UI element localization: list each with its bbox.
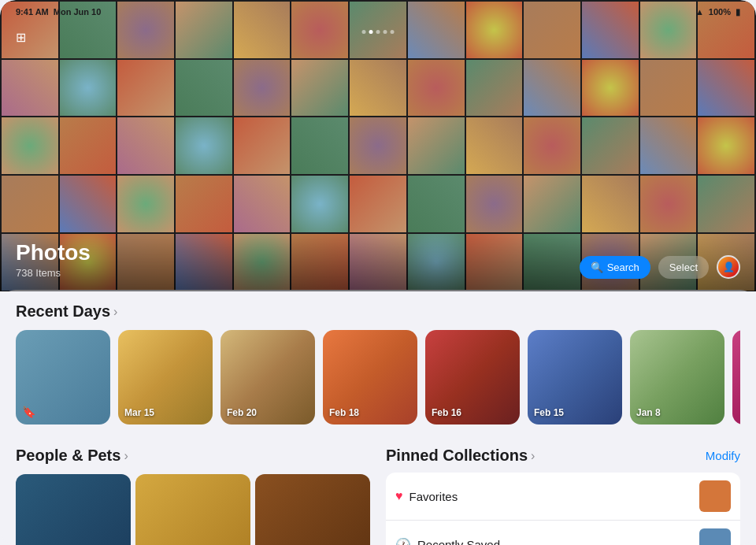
wifi-icon: ▲ bbox=[695, 7, 704, 17]
photo-cell[interactable] bbox=[698, 60, 754, 117]
photo-cell[interactable] bbox=[2, 117, 58, 174]
photo-cell[interactable] bbox=[2, 234, 58, 291]
photo-cell[interactable] bbox=[640, 176, 697, 232]
photo-cell[interactable] bbox=[60, 234, 117, 291]
day-card[interactable]: Feb 18 bbox=[323, 330, 417, 425]
photo-cell[interactable] bbox=[60, 117, 117, 174]
photo-cell[interactable] bbox=[234, 176, 291, 232]
day-card[interactable]: Feb 15 bbox=[528, 330, 622, 425]
dot-2 bbox=[369, 30, 373, 34]
day-card[interactable]: 🔖 bbox=[16, 330, 110, 425]
battery-icon: ▮ bbox=[736, 7, 740, 17]
dot-1 bbox=[362, 30, 366, 34]
photo-cell[interactable] bbox=[234, 60, 291, 117]
modify-button[interactable]: Modify bbox=[706, 449, 740, 462]
photo-cell[interactable] bbox=[291, 60, 348, 117]
photo-cell[interactable] bbox=[640, 117, 697, 174]
photo-cell[interactable] bbox=[408, 60, 465, 117]
photo-cell[interactable] bbox=[176, 117, 232, 174]
photo-cell[interactable] bbox=[176, 234, 232, 291]
pinned-item-thumb bbox=[699, 480, 731, 512]
photo-cell[interactable] bbox=[408, 234, 465, 291]
day-card[interactable]: Jan 8 bbox=[630, 330, 724, 425]
heart-icon: ♥ bbox=[395, 489, 403, 503]
photo-cell[interactable] bbox=[698, 117, 754, 174]
photo-cell[interactable] bbox=[408, 117, 465, 174]
status-bar: 9:41 AM Mon Jun 10 ▲ 100% ▮ bbox=[0, 0, 756, 24]
photo-cell[interactable] bbox=[176, 176, 232, 232]
photo-cell[interactable] bbox=[291, 117, 348, 174]
photo-cell[interactable] bbox=[466, 117, 523, 174]
photo-cell[interactable] bbox=[234, 117, 291, 174]
photo-grid-area bbox=[0, 0, 756, 291]
dot-3 bbox=[376, 30, 380, 34]
person-card[interactable]: Bisa bbox=[255, 474, 370, 545]
photo-cell[interactable] bbox=[350, 234, 406, 291]
day-label: Feb 15 bbox=[534, 407, 564, 418]
photo-grid bbox=[0, 0, 756, 291]
photo-cell[interactable] bbox=[350, 117, 406, 174]
photo-cell[interactable] bbox=[524, 60, 580, 117]
people-pets-header[interactable]: People & Pets › bbox=[16, 447, 370, 465]
photo-cell[interactable] bbox=[60, 176, 117, 232]
select-button[interactable]: Select bbox=[658, 256, 709, 279]
day-label: Feb 20 bbox=[227, 407, 257, 418]
photo-cell[interactable] bbox=[117, 234, 174, 291]
photo-cell[interactable] bbox=[582, 60, 639, 117]
photo-cell[interactable] bbox=[582, 117, 639, 174]
pinned-list: ♥Favorites🕐Recently Saved bbox=[386, 473, 740, 545]
bookmark-icon: 🔖 bbox=[22, 406, 35, 418]
photo-cell[interactable] bbox=[291, 176, 348, 232]
photo-cell[interactable] bbox=[698, 176, 754, 232]
pinned-item-name: Favorites bbox=[410, 490, 458, 503]
day-card[interactable]: Mar 15 bbox=[118, 330, 213, 425]
search-button[interactable]: 🔍 Search bbox=[580, 256, 650, 279]
day-card[interactable]: Feb 16 bbox=[425, 330, 520, 425]
layout-icon[interactable]: ⊞ bbox=[16, 30, 26, 45]
avatar-image: 👤 bbox=[718, 257, 739, 277]
photo-cell[interactable] bbox=[640, 60, 697, 117]
dot-4 bbox=[384, 30, 387, 34]
pinned-item[interactable]: 🕐Recently Saved bbox=[386, 521, 740, 545]
photo-cell[interactable] bbox=[117, 176, 174, 232]
photo-cell[interactable] bbox=[524, 234, 580, 291]
people-pets-title: People & Pets bbox=[16, 447, 120, 465]
day-label: Mar 15 bbox=[124, 407, 154, 418]
photo-cell[interactable] bbox=[466, 60, 523, 117]
photo-cell[interactable] bbox=[117, 117, 174, 174]
avatar[interactable]: 👤 bbox=[717, 255, 740, 279]
photo-cell[interactable] bbox=[582, 176, 639, 232]
recent-days-scroll[interactable]: 🔖Mar 15Feb 20Feb 18Feb 16Feb 15Jan 8 bbox=[16, 330, 740, 431]
status-time: 9:41 AM bbox=[16, 7, 49, 17]
photo-cell[interactable] bbox=[176, 60, 232, 117]
photo-cell[interactable] bbox=[466, 176, 523, 232]
day-card[interactable] bbox=[732, 330, 740, 425]
bottom-panel: Recent Days › 🔖Mar 15Feb 20Feb 18Feb 16F… bbox=[0, 290, 756, 545]
photo-cell[interactable] bbox=[466, 234, 523, 291]
recent-days-section: Recent Days › 🔖Mar 15Feb 20Feb 18Feb 16F… bbox=[0, 290, 756, 437]
person-card[interactable] bbox=[16, 474, 131, 545]
photo-cell[interactable] bbox=[2, 176, 58, 232]
pinned-title: Pinned Collections bbox=[386, 447, 528, 465]
photo-cell[interactable] bbox=[524, 117, 580, 174]
photo-cell[interactable] bbox=[117, 60, 174, 117]
photo-cell[interactable] bbox=[60, 60, 117, 117]
day-label: Jan 8 bbox=[636, 407, 661, 418]
photo-cell[interactable] bbox=[291, 234, 348, 291]
photo-cell[interactable] bbox=[2, 60, 58, 117]
people-grid: CalincaBisaToby bbox=[16, 474, 370, 545]
clock-icon: 🕐 bbox=[395, 537, 411, 546]
photo-cell[interactable] bbox=[408, 176, 465, 232]
recent-days-header[interactable]: Recent Days › bbox=[16, 302, 740, 321]
pinned-item[interactable]: ♥Favorites bbox=[386, 473, 740, 521]
people-pets-chevron: › bbox=[124, 449, 128, 463]
pinned-title-row[interactable]: Pinned Collections › bbox=[386, 447, 535, 465]
photo-cell[interactable] bbox=[234, 234, 291, 291]
photo-cell[interactable] bbox=[350, 60, 406, 117]
photo-cell[interactable] bbox=[524, 176, 580, 232]
person-card[interactable]: Calinca bbox=[135, 474, 250, 545]
dots-indicator bbox=[362, 30, 395, 34]
photo-cell[interactable] bbox=[350, 176, 406, 232]
pinned-item-name: Recently Saved bbox=[417, 538, 500, 546]
day-card[interactable]: Feb 20 bbox=[220, 330, 315, 425]
